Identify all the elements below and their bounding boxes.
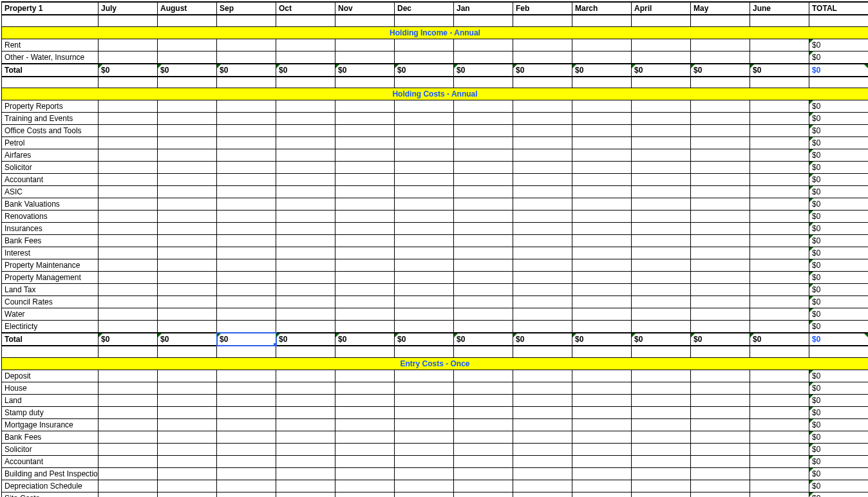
spacer-cell[interactable]: [454, 15, 513, 26]
total-month-cell[interactable]: $0: [750, 333, 809, 346]
cell[interactable]: [395, 39, 454, 51]
cell[interactable]: [750, 394, 809, 406]
property-header[interactable]: Property 1: [2, 2, 99, 15]
cell[interactable]: [454, 125, 513, 137]
row-label[interactable]: Water: [2, 308, 99, 321]
cell[interactable]: [513, 321, 572, 333]
cell[interactable]: [276, 211, 335, 223]
cell[interactable]: [158, 174, 217, 186]
row-total[interactable]: $0: [809, 418, 869, 431]
row-label[interactable]: Council Rates: [2, 296, 99, 308]
cell[interactable]: [513, 162, 572, 174]
cell[interactable]: [572, 149, 632, 162]
cell[interactable]: [750, 272, 809, 284]
cell[interactable]: [335, 272, 395, 284]
cell[interactable]: [276, 125, 335, 137]
cell[interactable]: [217, 492, 276, 497]
spacer-cell[interactable]: [335, 77, 395, 88]
row-label[interactable]: Renovations: [2, 211, 99, 223]
cell[interactable]: [750, 259, 809, 272]
row-label[interactable]: Stamp duty: [2, 406, 99, 418]
cell[interactable]: [750, 431, 809, 443]
row-total[interactable]: $0: [809, 51, 869, 64]
cell[interactable]: [335, 113, 395, 125]
cell[interactable]: [691, 186, 750, 198]
cell[interactable]: [158, 247, 217, 259]
cell[interactable]: [454, 284, 513, 296]
cell[interactable]: [632, 455, 691, 467]
row-label[interactable]: Rent: [2, 39, 99, 51]
cell[interactable]: [513, 259, 572, 272]
total-month-cell[interactable]: $0: [750, 64, 809, 77]
cell[interactable]: [335, 100, 395, 113]
row-total[interactable]: $0: [809, 406, 869, 418]
cell[interactable]: [335, 39, 395, 51]
cell[interactable]: [632, 382, 691, 394]
cell[interactable]: [99, 259, 158, 272]
cell[interactable]: [217, 235, 276, 247]
row-label[interactable]: Electiricty: [2, 321, 99, 333]
spacer-cell[interactable]: [158, 346, 217, 357]
cell[interactable]: [513, 418, 572, 431]
cell[interactable]: [395, 51, 454, 64]
cell[interactable]: [158, 455, 217, 467]
spacer-cell[interactable]: [632, 15, 691, 26]
cell[interactable]: [158, 198, 217, 211]
cell[interactable]: [513, 51, 572, 64]
section-title[interactable]: Holding Income - Annual: [2, 26, 869, 39]
cell[interactable]: [572, 492, 632, 497]
cell[interactable]: [99, 247, 158, 259]
cell[interactable]: [691, 308, 750, 321]
cell[interactable]: [572, 431, 632, 443]
cell[interactable]: [99, 186, 158, 198]
month-header[interactable]: April: [632, 2, 691, 15]
cell[interactable]: [691, 370, 750, 382]
total-month-cell[interactable]: $0: [454, 333, 513, 346]
cell[interactable]: [158, 296, 217, 308]
cell[interactable]: [513, 247, 572, 259]
cell[interactable]: [217, 113, 276, 125]
spacer-cell[interactable]: [158, 15, 217, 26]
cell[interactable]: [276, 100, 335, 113]
row-total[interactable]: $0: [809, 382, 869, 394]
cell[interactable]: [276, 431, 335, 443]
cell[interactable]: [632, 186, 691, 198]
row-label[interactable]: Office Costs and Tools: [2, 125, 99, 137]
cell[interactable]: [572, 235, 632, 247]
cell[interactable]: [217, 51, 276, 64]
month-header[interactable]: Jan: [454, 2, 513, 15]
cell[interactable]: [454, 308, 513, 321]
cell[interactable]: [513, 406, 572, 418]
cell[interactable]: [158, 162, 217, 174]
total-month-cell[interactable]: $0: [99, 64, 158, 77]
cell[interactable]: [217, 418, 276, 431]
cell[interactable]: [572, 100, 632, 113]
cell[interactable]: [99, 211, 158, 223]
row-label[interactable]: ASIC: [2, 186, 99, 198]
total-month-cell[interactable]: $0: [572, 333, 632, 346]
total-month-cell[interactable]: $0: [335, 64, 395, 77]
row-label[interactable]: Solicitor: [2, 162, 99, 174]
cell[interactable]: [99, 284, 158, 296]
cell[interactable]: [99, 492, 158, 497]
cell[interactable]: [395, 443, 454, 455]
cell[interactable]: [513, 370, 572, 382]
cell[interactable]: [217, 39, 276, 51]
spacer-cell[interactable]: [276, 77, 335, 88]
spacer-cell[interactable]: [158, 77, 217, 88]
total-label[interactable]: Total: [2, 64, 99, 77]
cell[interactable]: [158, 137, 217, 149]
cell[interactable]: [750, 125, 809, 137]
cell[interactable]: [750, 100, 809, 113]
cell[interactable]: [513, 198, 572, 211]
cell[interactable]: [454, 137, 513, 149]
row-total[interactable]: $0: [809, 308, 869, 321]
cell[interactable]: [691, 198, 750, 211]
cell[interactable]: [572, 467, 632, 480]
cell[interactable]: [158, 308, 217, 321]
cell[interactable]: [99, 235, 158, 247]
cell[interactable]: [513, 272, 572, 284]
cell[interactable]: [99, 162, 158, 174]
cell[interactable]: [572, 198, 632, 211]
cell[interactable]: [217, 247, 276, 259]
